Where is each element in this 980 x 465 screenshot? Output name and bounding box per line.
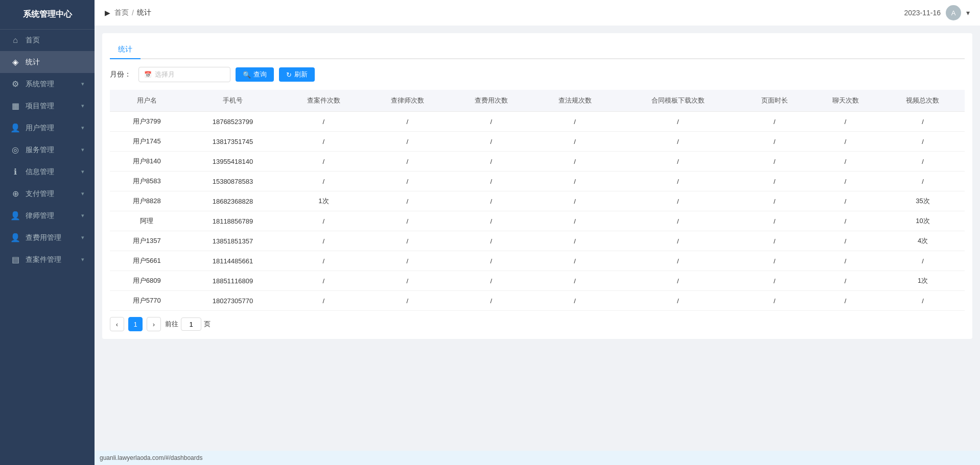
refresh-icon: ↻ [286,71,292,79]
cell-lawyers: / [365,112,449,132]
cell-videos: / [881,132,965,152]
sidebar-item-sys-mgmt[interactable]: ⚙ 系统管理 ▾ [0,73,95,95]
avatar[interactable]: A [946,5,961,20]
sidebar-title: 系统管理中心 [0,0,95,30]
query-button[interactable]: 🔍 查询 [236,67,274,82]
table-row: 用户858315380878583//////// [110,172,965,191]
refresh-button[interactable]: ↻ 刷新 [279,67,315,82]
table-row: 用户680918851116809///////1次 [110,271,965,291]
table-row: 用户8828186823688281次//////35次 [110,191,965,211]
status-url: guanli.lawyerlaoda.com/#/dashboards [100,454,202,461]
cell-phone: 18851116809 [183,271,282,291]
chevron-down-icon-8: ▾ [81,234,84,241]
cell-contracts: / [617,152,739,172]
table-row: 用户135713851851357///////4次 [110,231,965,251]
sidebar-item-stats[interactable]: ◈ 统计 [0,51,95,73]
cell-videos: / [881,251,965,271]
prev-page-button[interactable]: ‹ [110,317,124,331]
col-laws: 查法规次数 [533,90,617,112]
page-1-button[interactable]: 1 [128,317,143,331]
sidebar-item-case-mgmt[interactable]: ▤ 查案件管理 ▾ [0,249,95,271]
chevron-down-icon-3: ▾ [81,125,84,131]
cell-cases: / [282,211,365,231]
cell-fees: / [449,112,533,132]
cell-contracts: / [617,291,739,311]
cell-videos: 4次 [881,231,965,251]
sidebar-item-home[interactable]: ⌂ 首页 [0,30,95,51]
next-page-button[interactable]: › [147,317,161,331]
sidebar-item-svc-mgmt[interactable]: ◎ 服务管理 ▾ [0,139,95,161]
chevron-down-icon-5: ▾ [81,168,84,175]
cell-fees: / [449,172,533,191]
cell-chats: / [810,172,881,191]
chevron-down-icon-9: ▾ [81,256,84,263]
sidebar-item-pay-mgmt[interactable]: ⊕ 支付管理 ▾ [0,183,95,205]
cell-chats: / [810,271,881,291]
cell-cases: / [282,271,365,291]
cell-fees: / [449,211,533,231]
chevron-down-icon: ▾ [81,81,84,87]
cell-videos: 10次 [881,211,965,231]
fee-icon: 👤 [10,233,20,242]
main-content: ▶ 首页 / 统计 2023-11-16 A ▾ 统计 月份： 📅 [95,0,980,465]
tab-bar: 统计 [110,41,965,59]
cell-duration: / [739,191,810,211]
sidebar-item-info-mgmt[interactable]: ℹ 信息管理 ▾ [0,161,95,183]
cell-fees: / [449,251,533,271]
cell-chats: / [810,152,881,172]
header-right: 2023-11-16 A ▾ [904,5,970,20]
cell-contracts: / [617,132,739,152]
goto-input[interactable] [181,317,201,331]
sidebar-item-user-mgmt[interactable]: 👤 用户管理 ▾ [0,117,95,139]
sidebar-item-lawyer-mgmt[interactable]: 👤 律师管理 ▾ [0,205,95,227]
cell-lawyers: / [365,191,449,211]
breadcrumb-home[interactable]: 首页 [114,8,129,17]
cell-username: 用户1745 [110,132,183,152]
case-icon: ▤ [10,255,20,264]
cell-laws: / [533,291,617,311]
cell-duration: / [739,112,810,132]
col-duration: 页面时长 [739,90,810,112]
cell-lawyers: / [365,132,449,152]
month-label: 月份： [110,70,131,79]
table-header: 用户名 手机号 查案件次数 查律师次数 查费用次数 查法规次数 合同模板下载次数… [110,90,965,112]
page-card: 统计 月份： 📅 选择月 🔍 查询 ↻ 刷新 [102,33,972,339]
goto-label: 前往 [165,320,178,329]
cell-chats: / [810,251,881,271]
table-row: 用户566118114485661//////// [110,251,965,271]
cell-username: 用户1357 [110,231,183,251]
cell-username: 用户8583 [110,172,183,191]
cell-duration: / [739,132,810,152]
cell-lawyers: / [365,251,449,271]
cell-duration: / [739,172,810,191]
cell-cases: / [282,231,365,251]
table-row: 阿理18118856789///////10次 [110,211,965,231]
chevron-down-icon-4: ▾ [81,146,84,153]
cell-username: 用户8140 [110,152,183,172]
cell-lawyers: / [365,172,449,191]
table-wrapper: 用户名 手机号 查案件次数 查律师次数 查费用次数 查法规次数 合同模板下载次数… [110,90,965,311]
cell-chats: / [810,191,881,211]
cell-laws: / [533,132,617,152]
cell-chats: / [810,231,881,251]
proj-icon: ▦ [10,101,20,111]
cell-duration: / [739,211,810,231]
cell-username: 阿理 [110,211,183,231]
cell-contracts: / [617,251,739,271]
cell-username: 用户5770 [110,291,183,311]
cell-chats: / [810,291,881,311]
cell-cases: / [282,152,365,172]
sidebar-item-fee-mgmt[interactable]: 👤 查费用管理 ▾ [0,227,95,249]
stats-icon: ◈ [10,57,20,67]
search-icon: 🔍 [243,71,251,79]
info-icon: ℹ [10,167,20,177]
sidebar-item-proj-mgmt[interactable]: ▦ 项目管理 ▾ [0,95,95,117]
cell-chats: / [810,132,881,152]
month-input[interactable]: 📅 选择月 [138,67,230,82]
chevron-down-icon-7: ▾ [81,212,84,219]
user-dropdown-arrow[interactable]: ▾ [966,9,970,17]
cell-phone: 15380878583 [183,172,282,191]
tab-stats[interactable]: 统计 [110,41,141,59]
cell-username: 用户8828 [110,191,183,211]
cell-laws: / [533,231,617,251]
